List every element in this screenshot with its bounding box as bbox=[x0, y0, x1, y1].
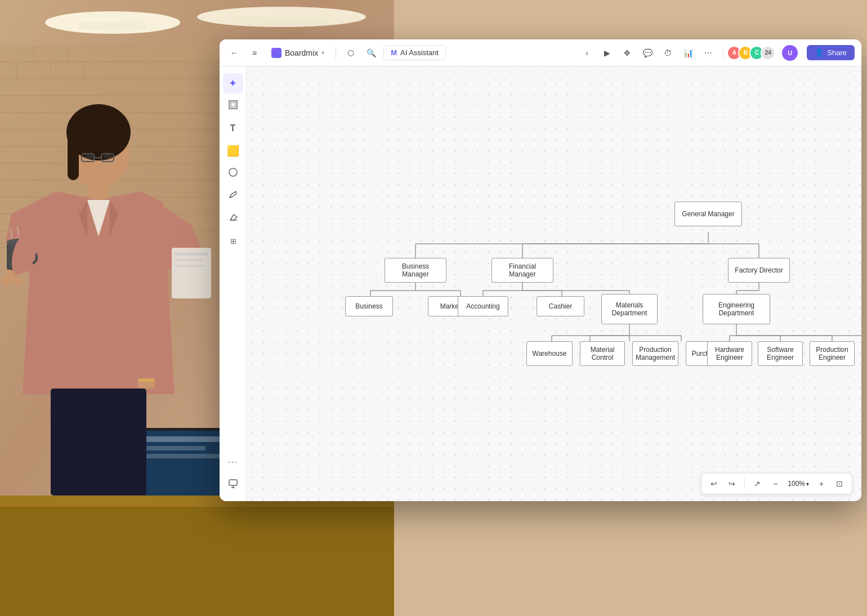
svg-rect-3 bbox=[79, 23, 146, 29]
node-software-engineer[interactable]: Software Engineer bbox=[758, 341, 803, 366]
node-mat-label: Materials Department bbox=[605, 301, 654, 317]
presentation-icon bbox=[228, 479, 238, 490]
node-business-manager[interactable]: Business Manager bbox=[385, 258, 446, 283]
toolbar: ← ≡ Boardmix ▾ ⬡ 🔍 M AI Assistant › bbox=[220, 39, 861, 66]
node-warehouse[interactable]: Warehouse bbox=[526, 341, 573, 366]
node-factory-director[interactable]: Factory Director bbox=[728, 258, 790, 283]
more-options-button[interactable]: ⋯ bbox=[700, 45, 716, 61]
sidebar-item-pen[interactable] bbox=[223, 186, 243, 206]
zoom-in-button[interactable]: + bbox=[814, 476, 829, 492]
sidebar-presentation-button[interactable] bbox=[223, 474, 243, 494]
undo-button[interactable]: ↩ bbox=[706, 476, 722, 492]
zoom-out-button[interactable]: − bbox=[767, 476, 783, 492]
sidebar-item-frame[interactable] bbox=[223, 96, 243, 116]
fit-screen-button[interactable]: ⊡ bbox=[832, 476, 847, 492]
node-engineering-dept[interactable]: Engineering Department bbox=[703, 294, 770, 324]
chart-icon: 📊 bbox=[683, 48, 693, 57]
node-production-engineer[interactable]: Production Engineer bbox=[810, 341, 855, 366]
pen-icon bbox=[228, 190, 238, 202]
sidebar-item-component[interactable]: ⊞ bbox=[223, 231, 243, 251]
node-general-manager[interactable]: General Manager bbox=[674, 202, 742, 226]
redo-button[interactable]: ↪ bbox=[724, 476, 740, 492]
pointer-icon: ↗ bbox=[754, 479, 761, 488]
divider-2 bbox=[723, 47, 723, 59]
node-material-control[interactable]: Material Control bbox=[580, 341, 625, 366]
svg-rect-44 bbox=[0, 496, 394, 616]
node-pe-label: Production Engineer bbox=[814, 346, 851, 361]
canvas[interactable]: General Manager Business Manager Financi… bbox=[247, 66, 861, 501]
zoom-out-icon: − bbox=[773, 479, 777, 488]
node-production-mgmt[interactable]: Production Management bbox=[632, 341, 678, 366]
svg-rect-4 bbox=[234, 17, 329, 23]
brand-button[interactable]: Boardmix ▾ bbox=[267, 46, 329, 60]
search-button[interactable]: 🔍 bbox=[363, 45, 379, 61]
svg-rect-48 bbox=[51, 389, 146, 496]
node-fm-label: Financial Manager bbox=[495, 262, 549, 278]
search-icon: 🔍 bbox=[367, 48, 376, 57]
back-button[interactable]: ← bbox=[226, 45, 242, 61]
pointer-button[interactable]: ↗ bbox=[749, 476, 765, 492]
node-business[interactable]: Business bbox=[345, 296, 393, 316]
node-se-label: Software Engineer bbox=[762, 346, 799, 361]
play-button[interactable]: ▶ bbox=[599, 45, 615, 61]
brand-icon bbox=[271, 48, 281, 58]
frame-icon bbox=[228, 100, 238, 112]
sidebar-item-shapes[interactable]: ✦ bbox=[223, 73, 243, 93]
timer-icon: ⏱ bbox=[664, 48, 672, 57]
ai-icon: M bbox=[391, 48, 397, 57]
node-he-label: Hardware Engineer bbox=[711, 346, 748, 361]
share-label: Share bbox=[827, 48, 847, 57]
zoom-in-icon: + bbox=[819, 479, 824, 488]
comment-icon: 💬 bbox=[643, 48, 653, 57]
sidebar-item-shapes2[interactable] bbox=[223, 163, 243, 184]
svg-point-54 bbox=[229, 168, 237, 176]
share-button[interactable]: 👤 Share bbox=[807, 45, 855, 60]
nav-forward-button[interactable]: › bbox=[579, 45, 595, 61]
current-user-avatar[interactable]: U bbox=[782, 45, 798, 61]
app-window: ← ≡ Boardmix ▾ ⬡ 🔍 M AI Assistant › bbox=[220, 39, 861, 501]
cursor-icon: ✥ bbox=[624, 48, 631, 57]
play-icon: ▶ bbox=[604, 48, 610, 57]
ai-assistant-button[interactable]: M AI Assistant bbox=[383, 45, 446, 60]
undo-icon: ↩ bbox=[710, 479, 717, 488]
sticky-icon: 🟨 bbox=[227, 145, 239, 157]
chart-button[interactable]: 📊 bbox=[680, 45, 696, 61]
sidebar: ✦ T 🟨 bbox=[220, 66, 247, 501]
node-eng-label: Engineering Department bbox=[707, 301, 766, 317]
node-accounting[interactable]: Accounting bbox=[458, 296, 508, 316]
node-cashier[interactable]: Cashier bbox=[537, 296, 584, 316]
zoom-chevron: ▾ bbox=[806, 481, 809, 487]
main-area: ✦ T 🟨 bbox=[220, 66, 861, 501]
svg-rect-52 bbox=[229, 101, 237, 109]
tag-button[interactable]: ⬡ bbox=[343, 45, 359, 61]
ai-assistant-label: AI Assistant bbox=[400, 48, 439, 57]
cursor-button[interactable]: ✥ bbox=[619, 45, 635, 61]
svg-rect-34 bbox=[175, 259, 203, 261]
menu-icon: ≡ bbox=[252, 48, 257, 57]
node-hardware-engineer[interactable]: Hardware Engineer bbox=[707, 341, 752, 366]
svg-rect-56 bbox=[229, 480, 237, 485]
more-icon: ⋯ bbox=[704, 48, 712, 57]
avatar-count: 24 bbox=[761, 46, 775, 60]
sidebar-item-eraser[interactable] bbox=[223, 208, 243, 229]
sidebar-item-text[interactable]: T bbox=[223, 118, 243, 139]
sidebar-more-button[interactable]: ··· bbox=[223, 454, 243, 470]
avatars-group: A B C 24 bbox=[730, 46, 775, 60]
more-dots-icon: ··· bbox=[227, 456, 238, 468]
node-materials-dept[interactable]: Materials Department bbox=[601, 294, 658, 324]
chevron-down-icon: ▾ bbox=[321, 50, 324, 56]
fit-icon: ⊡ bbox=[836, 479, 843, 488]
node-financial-manager[interactable]: Financial Manager bbox=[491, 258, 553, 283]
org-chart-svg bbox=[247, 66, 861, 501]
timer-button[interactable]: ⏱ bbox=[660, 45, 676, 61]
node-pm-label: Production Management bbox=[636, 346, 675, 361]
node-bm-label: Business Manager bbox=[388, 262, 443, 278]
shapes2-icon bbox=[228, 167, 238, 180]
svg-point-26 bbox=[84, 154, 93, 159]
sidebar-item-sticky[interactable]: 🟨 bbox=[223, 141, 243, 161]
brand-label: Boardmix bbox=[285, 48, 318, 57]
node-gm-label: General Manager bbox=[682, 210, 734, 218]
menu-button[interactable]: ≡ bbox=[247, 45, 262, 61]
comment-button[interactable]: 💬 bbox=[640, 45, 655, 61]
component-icon: ⊞ bbox=[230, 237, 236, 245]
